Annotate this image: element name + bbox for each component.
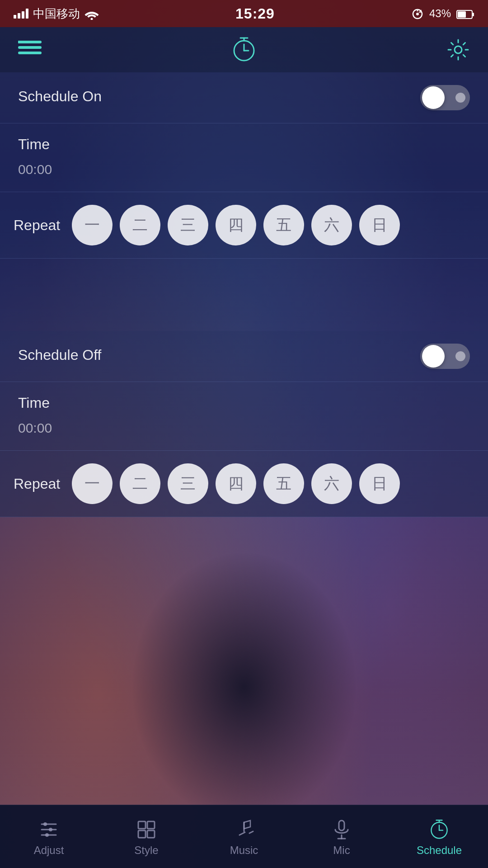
schedule-off-day-tue[interactable]: 二 [120,463,160,504]
schedule-on-time-label: Time [18,136,470,153]
schedule-on-toggle-row: Schedule On [18,85,470,110]
schedule-on-day-mon[interactable]: 一 [72,205,113,245]
schedule-off-time-value: 00:00 [18,414,470,438]
svg-point-11 [455,46,462,53]
schedule-on-day-tue[interactable]: 二 [120,205,160,245]
schedule-off-day-sat[interactable]: 六 [311,463,352,504]
mic-icon [331,816,352,840]
nav-item-style[interactable]: Style [98,816,195,856]
schedule-off-label: Schedule Off [18,347,101,363]
schedule-on-row: Schedule On [0,72,488,123]
nav-spacer [0,517,488,590]
schedule-on-toggle[interactable] [420,85,470,110]
schedule-icon [428,816,450,840]
schedule-on-repeat-label: Repeat [14,217,60,234]
schedule-on-day-fri[interactable]: 五 [263,205,304,245]
schedule-off-day-sun[interactable]: 日 [359,463,400,504]
schedule-off-day-mon[interactable]: 一 [72,463,113,504]
status-time: 15:29 [235,5,275,22]
status-bar: 中国移动 15:29 43% [0,0,488,27]
svg-line-23 [249,831,253,833]
nav-label-style: Style [134,844,158,857]
svg-rect-5 [473,13,474,16]
schedule-on-day-sat[interactable]: 六 [311,205,352,245]
lock-rotation-icon [411,7,424,20]
svg-line-22 [239,832,245,835]
timer-icon [230,36,258,63]
schedule-on-day-sun[interactable]: 日 [359,205,400,245]
svg-rect-8 [18,52,42,54]
settings-button[interactable] [446,38,470,61]
schedule-off-day-fri[interactable]: 五 [263,463,304,504]
schedule-on-day-wed[interactable]: 三 [168,205,208,245]
nav-item-mic[interactable]: Mic [293,816,390,856]
svg-point-16 [49,828,52,831]
svg-rect-21 [147,830,155,838]
schedule-off-day-thu[interactable]: 四 [216,463,256,504]
svg-rect-6 [18,41,42,43]
schedule-off-repeat-label: Repeat [14,476,60,492]
battery-percentage: 43% [429,7,451,20]
status-right: 43% [411,7,474,20]
svg-rect-9 [18,41,21,43]
schedule-off-repeat-row: Repeat 一 二 三 四 五 六 日 [0,451,488,517]
toggle-on-dot [455,93,465,103]
music-icon [233,816,255,840]
toggle-on-knob [422,86,445,109]
toggle-off-knob [422,345,445,368]
signal-bars [14,9,28,19]
wifi-icon [84,7,99,21]
svg-rect-4 [458,11,466,18]
svg-point-17 [45,833,49,837]
nav-label-adjust: Adjust [34,844,64,857]
spacer-section [0,259,488,331]
schedule-off-time-label: Time [18,395,470,411]
adjust-icon [38,816,60,840]
schedule-on-label: Schedule On [18,88,102,105]
carrier-name: 中国移动 [33,6,80,22]
schedule-off-toggle[interactable] [420,344,470,369]
svg-rect-7 [18,46,42,49]
battery-icon [456,7,474,20]
svg-rect-24 [339,821,344,830]
nav-label-music: Music [230,844,258,857]
schedule-on-time-row[interactable]: Time 00:00 [0,123,488,192]
svg-rect-19 [147,821,155,829]
status-left: 中国移动 [14,6,99,22]
schedule-off-toggle-row: Schedule Off [18,344,470,369]
main-content: Schedule On Time 00:00 Repeat 一 二 三 四 五 … [0,72,488,590]
nav-item-adjust[interactable]: Adjust [0,816,98,856]
nav-label-mic: Mic [333,844,350,857]
style-icon [136,816,157,840]
nav-item-music[interactable]: Music [195,816,293,856]
svg-rect-20 [138,830,145,838]
schedule-off-day-wed[interactable]: 三 [168,463,208,504]
toggle-off-dot [455,351,465,361]
svg-point-2 [416,13,419,15]
svg-point-15 [43,822,47,826]
toolbar [0,27,488,72]
nav-label-schedule: Schedule [417,844,462,857]
schedule-off-time-row[interactable]: Time 00:00 [0,382,488,451]
svg-rect-18 [138,821,145,829]
bottom-nav: Adjust Style Music [0,805,488,868]
menu-button[interactable] [18,41,42,59]
schedule-on-repeat-row: Repeat 一 二 三 四 五 六 日 [0,192,488,259]
schedule-on-time-value: 00:00 [18,156,470,179]
svg-point-0 [91,18,93,20]
nav-item-schedule[interactable]: Schedule [390,816,488,856]
schedule-off-row: Schedule Off [0,331,488,382]
schedule-on-day-thu[interactable]: 四 [216,205,256,245]
